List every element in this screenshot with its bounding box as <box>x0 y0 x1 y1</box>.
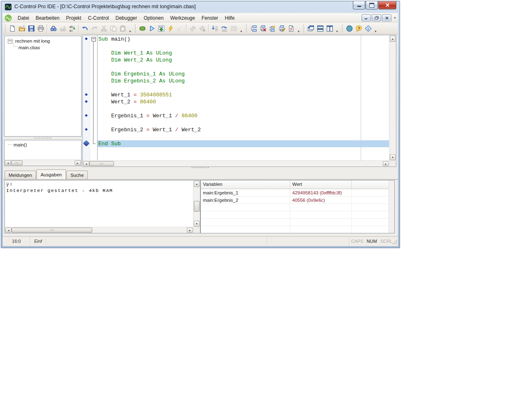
mdi-restore-button[interactable] <box>372 14 381 21</box>
code-line-2[interactable] <box>98 43 389 50</box>
gutter-cell[interactable] <box>83 56 90 63</box>
debug-button[interactable] <box>166 24 175 33</box>
code-line-marker[interactable] <box>83 112 90 119</box>
output-v-scrollbar[interactable]: ▲ ▼ <box>193 180 200 227</box>
menu-debugger[interactable]: Debugger <box>112 14 141 22</box>
code-line-marker[interactable] <box>83 35 90 42</box>
scroll-left-icon[interactable]: ◄ <box>83 161 89 166</box>
empty-cell[interactable] <box>352 196 394 203</box>
gutter-cell[interactable] <box>83 70 90 77</box>
web-home-button[interactable] <box>345 24 354 33</box>
scroll-right-icon[interactable]: ► <box>383 161 389 166</box>
code-line-4[interactable]: Dim Wert_2 As ULong <box>98 57 389 64</box>
menu-werkzeuge[interactable]: Werkzeuge <box>167 14 198 22</box>
undo-button[interactable] <box>80 24 90 33</box>
toolbar-overflow-caret-icon[interactable]: ▼ <box>296 30 301 33</box>
cascade-windows-button[interactable] <box>306 24 316 33</box>
code-line-5[interactable] <box>98 64 389 71</box>
file-properties-button[interactable] <box>287 24 296 33</box>
sidebar-splitter-handle[interactable] <box>34 137 52 139</box>
print-button[interactable] <box>36 24 45 33</box>
code-line-7[interactable]: Dim Ergebnis_2 As ULong <box>98 78 389 84</box>
code-line-marker[interactable] <box>83 126 90 133</box>
editor-v-scrollbar[interactable]: ▲ ▼ <box>389 35 396 161</box>
menu-bearbeiten[interactable]: Bearbeiten <box>32 14 63 22</box>
scroll-up-icon[interactable]: ▲ <box>390 36 396 42</box>
scroll-left-icon[interactable]: ◄ <box>5 228 11 233</box>
value-column-header[interactable]: Wert <box>290 180 352 189</box>
menu-fenster[interactable]: Fenster <box>198 14 222 22</box>
code-line-13[interactable] <box>98 119 389 126</box>
mdi-minimize-button[interactable] <box>362 14 371 21</box>
toolbar-drag-handle[interactable] <box>341 24 343 32</box>
tile-horizontal-button[interactable] <box>316 24 325 33</box>
variable-name-cell[interactable]: main:Ergebnis_2 <box>201 196 290 203</box>
help-button[interactable]: ? <box>354 24 364 33</box>
mdi-close-button[interactable] <box>382 14 391 21</box>
transfer-to-chip-button[interactable] <box>138 24 147 33</box>
scroll-up-icon[interactable]: ▲ <box>194 181 200 187</box>
code-line-15[interactable] <box>98 133 389 140</box>
output-h-scrollbar[interactable]: ◄ ► <box>5 227 193 233</box>
step-over-button[interactable] <box>220 24 229 33</box>
toolbar-drag-handle[interactable] <box>134 24 136 32</box>
menu-optionen[interactable]: Optionen <box>141 14 167 22</box>
step-into-button[interactable] <box>210 24 220 33</box>
menu-projekt[interactable]: Projekt <box>63 14 84 22</box>
variable-value-cell[interactable]: 40556 (0x9e6c) <box>290 196 352 203</box>
toolbar-overflow-caret-icon[interactable]: ▼ <box>373 30 378 33</box>
code-line-3[interactable]: Dim Wert_1 As ULong <box>98 50 389 57</box>
code-line-14[interactable]: Ergebnis_2 = Wert_1 / Wert_2 <box>98 126 389 133</box>
menubar-overflow-caret-icon[interactable]: ▼ <box>393 16 396 19</box>
editor-gutter[interactable] <box>83 35 90 161</box>
compile-button[interactable]: 010 <box>157 24 166 33</box>
gutter-cell[interactable] <box>83 119 90 126</box>
function-item[interactable]: main() <box>5 142 81 148</box>
empty-cell[interactable] <box>352 189 394 196</box>
toolbar-overflow-caret-icon[interactable]: ▼ <box>127 30 133 33</box>
code-line-6[interactable]: Dim Ergebnis_1 As ULong <box>98 71 389 78</box>
project-add-button[interactable] <box>249 24 258 33</box>
menu-datei[interactable]: Datei <box>14 14 32 22</box>
functions-h-scrollbar[interactable]: ◄ ► <box>5 160 81 166</box>
project-remove-button[interactable] <box>258 24 268 33</box>
bottom-splitter-handle[interactable] <box>192 167 209 168</box>
scroll-down-icon[interactable]: ▼ <box>390 154 396 160</box>
scroll-thumb[interactable] <box>194 201 200 212</box>
variables-column-header[interactable]: Variablen <box>201 180 290 189</box>
minimize-button[interactable] <box>353 1 365 9</box>
open-file-button[interactable] <box>17 24 27 33</box>
toolbar-overflow-caret-icon[interactable]: ▼ <box>239 30 244 33</box>
tab-ausgaben[interactable]: Ausgaben <box>36 169 66 179</box>
gutter-cell[interactable] <box>83 77 90 84</box>
code-line-1[interactable]: Sub main() <box>98 36 389 43</box>
maximize-button[interactable] <box>366 1 378 9</box>
variable-row[interactable]: main:Ergebnis_240556 (0x9e6c) <box>201 196 394 204</box>
collapse-expander-icon[interactable] <box>8 39 12 43</box>
replace-button[interactable]: abac <box>68 24 77 33</box>
project-name-label[interactable]: rechnen mit long <box>14 39 51 43</box>
code-line-9[interactable]: Wert_1 = 3504088551 <box>98 91 389 98</box>
code-line-marker[interactable] <box>83 98 90 105</box>
tab-suche[interactable]: Suche <box>66 171 88 179</box>
scroll-right-icon[interactable]: ► <box>75 160 81 165</box>
scroll-thumb[interactable] <box>11 160 23 165</box>
run-button[interactable] <box>147 24 157 33</box>
editor-h-scrollbar[interactable]: ◄ ► <box>83 160 389 167</box>
save-file-button[interactable] <box>27 24 36 33</box>
code-text-area[interactable]: Sub main() Dim Wert_1 As ULong Dim Wert_… <box>97 35 389 161</box>
resize-grip[interactable] <box>396 243 397 244</box>
toolbar-drag-handle[interactable] <box>246 24 248 32</box>
gutter-cell[interactable] <box>83 105 90 112</box>
variable-row[interactable]: main:Ergebnis_14294958143 (0xffffdc3f) <box>201 189 394 196</box>
empty-column-header[interactable] <box>352 180 394 189</box>
close-button[interactable] <box>378 1 396 9</box>
scroll-thumb[interactable] <box>11 228 92 233</box>
variable-value-cell[interactable]: 4294958143 (0xffffdc3f) <box>290 189 352 196</box>
new-file-button[interactable] <box>8 24 17 33</box>
file-name-label[interactable]: main.cbas <box>18 45 41 50</box>
about-button[interactable]: i <box>364 24 373 33</box>
toolbar-drag-handle[interactable] <box>303 24 305 32</box>
tab-meldungen[interactable]: Meldungen <box>5 171 36 179</box>
gutter-cell[interactable] <box>83 133 90 140</box>
